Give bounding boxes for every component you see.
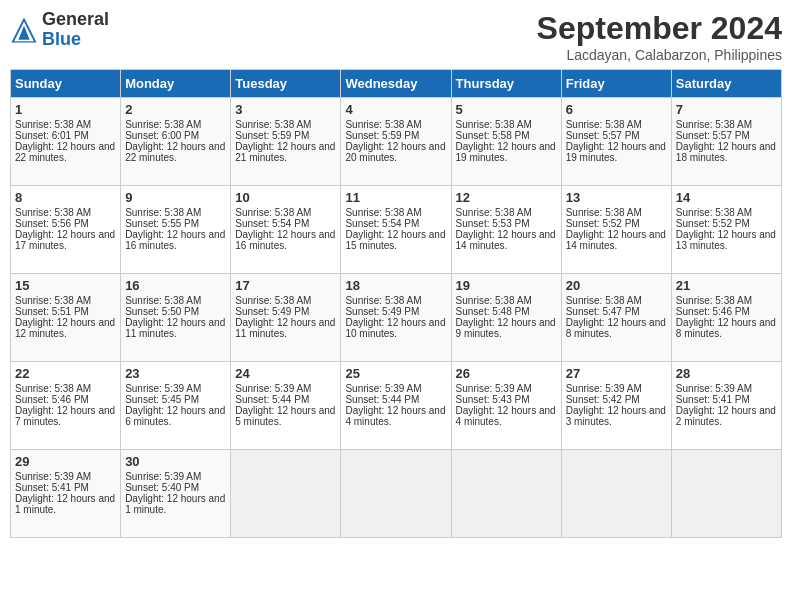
calendar-cell: 13Sunrise: 5:38 AMSunset: 5:52 PMDayligh… — [561, 186, 671, 274]
calendar-cell: 8Sunrise: 5:38 AMSunset: 5:56 PMDaylight… — [11, 186, 121, 274]
day-number: 1 — [15, 102, 116, 117]
day-number: 24 — [235, 366, 336, 381]
title-block: September 2024 Lacdayan, Calabarzon, Phi… — [537, 10, 782, 63]
calendar-cell — [451, 450, 561, 538]
sunrise-text: Sunrise: 5:39 AM — [235, 383, 311, 394]
daylight-text: Daylight: 12 hours and 11 minutes. — [235, 317, 335, 339]
day-number: 22 — [15, 366, 116, 381]
calendar-cell: 24Sunrise: 5:39 AMSunset: 5:44 PMDayligh… — [231, 362, 341, 450]
sunrise-text: Sunrise: 5:38 AM — [15, 295, 91, 306]
day-number: 20 — [566, 278, 667, 293]
calendar-cell: 17Sunrise: 5:38 AMSunset: 5:49 PMDayligh… — [231, 274, 341, 362]
calendar-cell: 9Sunrise: 5:38 AMSunset: 5:55 PMDaylight… — [121, 186, 231, 274]
daylight-text: Daylight: 12 hours and 22 minutes. — [125, 141, 225, 163]
calendar-cell: 27Sunrise: 5:39 AMSunset: 5:42 PMDayligh… — [561, 362, 671, 450]
day-number: 4 — [345, 102, 446, 117]
day-number: 26 — [456, 366, 557, 381]
calendar-cell: 15Sunrise: 5:38 AMSunset: 5:51 PMDayligh… — [11, 274, 121, 362]
day-number: 16 — [125, 278, 226, 293]
sunset-text: Sunset: 5:45 PM — [125, 394, 199, 405]
day-number: 14 — [676, 190, 777, 205]
sunset-text: Sunset: 5:44 PM — [235, 394, 309, 405]
calendar-cell — [341, 450, 451, 538]
sunset-text: Sunset: 5:49 PM — [235, 306, 309, 317]
sunset-text: Sunset: 5:54 PM — [235, 218, 309, 229]
col-header-thursday: Thursday — [451, 70, 561, 98]
day-number: 27 — [566, 366, 667, 381]
sunrise-text: Sunrise: 5:38 AM — [676, 119, 752, 130]
sunrise-text: Sunrise: 5:38 AM — [345, 207, 421, 218]
calendar-cell: 21Sunrise: 5:38 AMSunset: 5:46 PMDayligh… — [671, 274, 781, 362]
sunset-text: Sunset: 5:46 PM — [676, 306, 750, 317]
daylight-text: Daylight: 12 hours and 5 minutes. — [235, 405, 335, 427]
col-header-wednesday: Wednesday — [341, 70, 451, 98]
calendar-cell: 12Sunrise: 5:38 AMSunset: 5:53 PMDayligh… — [451, 186, 561, 274]
calendar-cell: 19Sunrise: 5:38 AMSunset: 5:48 PMDayligh… — [451, 274, 561, 362]
calendar-cell: 26Sunrise: 5:39 AMSunset: 5:43 PMDayligh… — [451, 362, 561, 450]
day-number: 28 — [676, 366, 777, 381]
sunset-text: Sunset: 5:48 PM — [456, 306, 530, 317]
sunrise-text: Sunrise: 5:38 AM — [676, 207, 752, 218]
day-number: 17 — [235, 278, 336, 293]
week-row-2: 8Sunrise: 5:38 AMSunset: 5:56 PMDaylight… — [11, 186, 782, 274]
daylight-text: Daylight: 12 hours and 1 minute. — [125, 493, 225, 515]
daylight-text: Daylight: 12 hours and 13 minutes. — [676, 229, 776, 251]
sunset-text: Sunset: 5:46 PM — [15, 394, 89, 405]
day-number: 30 — [125, 454, 226, 469]
calendar-cell: 7Sunrise: 5:38 AMSunset: 5:57 PMDaylight… — [671, 98, 781, 186]
sunrise-text: Sunrise: 5:38 AM — [456, 295, 532, 306]
day-number: 23 — [125, 366, 226, 381]
calendar-cell: 20Sunrise: 5:38 AMSunset: 5:47 PMDayligh… — [561, 274, 671, 362]
sunset-text: Sunset: 5:55 PM — [125, 218, 199, 229]
sunrise-text: Sunrise: 5:39 AM — [566, 383, 642, 394]
sunset-text: Sunset: 5:43 PM — [456, 394, 530, 405]
sunrise-text: Sunrise: 5:38 AM — [235, 119, 311, 130]
daylight-text: Daylight: 12 hours and 12 minutes. — [15, 317, 115, 339]
sunset-text: Sunset: 5:49 PM — [345, 306, 419, 317]
calendar-cell: 3Sunrise: 5:38 AMSunset: 5:59 PMDaylight… — [231, 98, 341, 186]
calendar-cell — [561, 450, 671, 538]
calendar-cell: 16Sunrise: 5:38 AMSunset: 5:50 PMDayligh… — [121, 274, 231, 362]
calendar-cell: 23Sunrise: 5:39 AMSunset: 5:45 PMDayligh… — [121, 362, 231, 450]
sunset-text: Sunset: 5:52 PM — [676, 218, 750, 229]
col-header-saturday: Saturday — [671, 70, 781, 98]
sunrise-text: Sunrise: 5:38 AM — [235, 295, 311, 306]
day-number: 9 — [125, 190, 226, 205]
sunset-text: Sunset: 6:01 PM — [15, 130, 89, 141]
calendar-cell: 22Sunrise: 5:38 AMSunset: 5:46 PMDayligh… — [11, 362, 121, 450]
location-subtitle: Lacdayan, Calabarzon, Philippines — [537, 47, 782, 63]
daylight-text: Daylight: 12 hours and 10 minutes. — [345, 317, 445, 339]
sunrise-text: Sunrise: 5:39 AM — [125, 383, 201, 394]
sunset-text: Sunset: 5:42 PM — [566, 394, 640, 405]
calendar-cell: 2Sunrise: 5:38 AMSunset: 6:00 PMDaylight… — [121, 98, 231, 186]
sunrise-text: Sunrise: 5:38 AM — [676, 295, 752, 306]
daylight-text: Daylight: 12 hours and 18 minutes. — [676, 141, 776, 163]
calendar-cell — [671, 450, 781, 538]
sunrise-text: Sunrise: 5:38 AM — [566, 295, 642, 306]
day-number: 7 — [676, 102, 777, 117]
week-row-1: 1Sunrise: 5:38 AMSunset: 6:01 PMDaylight… — [11, 98, 782, 186]
day-number: 19 — [456, 278, 557, 293]
month-title: September 2024 — [537, 10, 782, 47]
calendar-table: SundayMondayTuesdayWednesdayThursdayFrid… — [10, 69, 782, 538]
daylight-text: Daylight: 12 hours and 16 minutes. — [235, 229, 335, 251]
week-row-5: 29Sunrise: 5:39 AMSunset: 5:41 PMDayligh… — [11, 450, 782, 538]
week-row-4: 22Sunrise: 5:38 AMSunset: 5:46 PMDayligh… — [11, 362, 782, 450]
col-header-monday: Monday — [121, 70, 231, 98]
daylight-text: Daylight: 12 hours and 4 minutes. — [345, 405, 445, 427]
calendar-header: SundayMondayTuesdayWednesdayThursdayFrid… — [11, 70, 782, 98]
calendar-cell: 1Sunrise: 5:38 AMSunset: 6:01 PMDaylight… — [11, 98, 121, 186]
sunrise-text: Sunrise: 5:38 AM — [456, 207, 532, 218]
daylight-text: Daylight: 12 hours and 21 minutes. — [235, 141, 335, 163]
sunset-text: Sunset: 5:56 PM — [15, 218, 89, 229]
daylight-text: Daylight: 12 hours and 14 minutes. — [566, 229, 666, 251]
calendar-cell: 29Sunrise: 5:39 AMSunset: 5:41 PMDayligh… — [11, 450, 121, 538]
daylight-text: Daylight: 12 hours and 9 minutes. — [456, 317, 556, 339]
day-number: 6 — [566, 102, 667, 117]
calendar-cell: 28Sunrise: 5:39 AMSunset: 5:41 PMDayligh… — [671, 362, 781, 450]
daylight-text: Daylight: 12 hours and 7 minutes. — [15, 405, 115, 427]
sunset-text: Sunset: 5:57 PM — [676, 130, 750, 141]
daylight-text: Daylight: 12 hours and 22 minutes. — [15, 141, 115, 163]
calendar-cell: 5Sunrise: 5:38 AMSunset: 5:58 PMDaylight… — [451, 98, 561, 186]
sunrise-text: Sunrise: 5:39 AM — [676, 383, 752, 394]
